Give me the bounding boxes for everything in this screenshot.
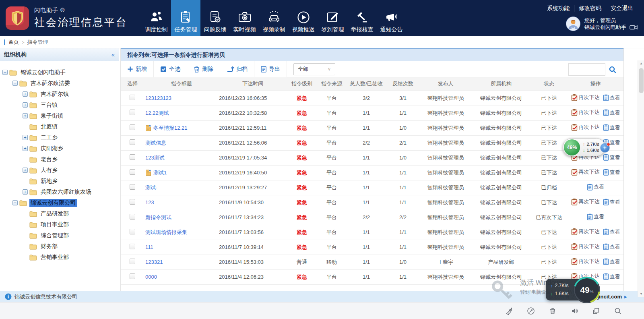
tree-node-label[interactable]: 庆阳湖乡: [39, 145, 64, 153]
filter-select[interactable]: 全部 ∨: [293, 63, 335, 75]
breadcrumb-home-link[interactable]: 首页: [8, 39, 19, 46]
tree-node-label[interactable]: 三台镇: [39, 101, 59, 109]
nav-dispatch[interactable]: 调度控制: [142, 0, 171, 36]
tree-node-label[interactable]: 营销事业部: [39, 253, 70, 261]
tree-node-label[interactable]: 泉子街镇: [39, 112, 64, 120]
select-all-button[interactable]: 全选: [154, 61, 187, 77]
pin-rocket-icon[interactable]: [505, 307, 513, 315]
scroll-down-icon[interactable]: ▼: [638, 291, 644, 297]
command-title-link[interactable]: 测试1: [153, 169, 167, 176]
command-title-link[interactable]: 测试信息: [145, 139, 166, 147]
command-title-link[interactable]: 冬至情报12.21: [153, 124, 188, 132]
command-title-link[interactable]: 测试现场情报采集: [145, 229, 187, 236]
tree-node-label[interactable]: 锦诚云创有限公司: [29, 199, 77, 207]
op-redeliver-link[interactable]: 再次下达: [571, 168, 600, 176]
op-redeliver-link[interactable]: 再次下达: [571, 228, 600, 235]
search-button[interactable]: [605, 63, 620, 76]
command-title-link[interactable]: 111: [145, 244, 153, 250]
net-speed-widget-dark[interactable]: ↑2.7K/s ↓1.6K/s 49%: [546, 279, 590, 300]
row-checkbox[interactable]: [130, 184, 135, 190]
tree-node-label[interactable]: 老台乡: [39, 155, 59, 164]
collapse-node-icon[interactable]: −: [12, 200, 18, 205]
nav-feedback[interactable]: 问题反馈: [200, 0, 230, 36]
search-input[interactable]: [568, 63, 605, 76]
net-speed-widget[interactable]: 49% ↑2.7K/s ↓1.6K/s +: [563, 138, 605, 156]
expand-node-icon[interactable]: +: [23, 102, 28, 108]
sidebar-collapse-button[interactable]: «: [111, 51, 115, 58]
avatar[interactable]: [566, 17, 580, 31]
row-checkbox[interactable]: [130, 139, 135, 145]
cpu-percent-circle[interactable]: 49%: [572, 276, 601, 304]
row-checkbox[interactable]: [130, 199, 135, 205]
nav-live-video[interactable]: 实时视频: [230, 0, 259, 36]
scroll-up-icon[interactable]: ▲: [638, 60, 644, 67]
command-title-link[interactable]: 123: [145, 199, 154, 205]
widget-plus-button[interactable]: +: [600, 143, 610, 153]
row-checkbox[interactable]: [130, 259, 135, 264]
op-redeliver-link[interactable]: 再次下达: [571, 198, 600, 205]
row-checkbox[interactable]: [130, 154, 135, 160]
tree-node-label[interactable]: 新地乡: [39, 177, 59, 185]
tree-node-label[interactable]: 吉木萨尔政法委: [29, 79, 71, 87]
window-icon[interactable]: [592, 307, 600, 315]
scroll-thumb[interactable]: [639, 68, 644, 93]
expand-node-icon[interactable]: +: [23, 168, 28, 173]
archive-button[interactable]: 归档: [220, 61, 254, 77]
row-checkbox[interactable]: [130, 244, 135, 249]
row-checkbox[interactable]: [130, 229, 135, 234]
delete-button[interactable]: 删除: [187, 61, 220, 77]
input-pen-icon[interactable]: [527, 307, 535, 315]
command-title-link[interactable]: 123321: [145, 259, 163, 265]
op-view-link[interactable]: 查看: [603, 94, 620, 102]
tree-node-label[interactable]: 财务部: [39, 242, 59, 251]
tree-node-label[interactable]: 吉木萨尔镇: [39, 90, 70, 98]
command-title-link[interactable]: 新指令测试: [145, 214, 171, 221]
nav-task[interactable]: 任务管理: [171, 0, 200, 36]
op-view-link[interactable]: 查看: [603, 169, 620, 176]
volume-icon[interactable]: [570, 307, 578, 315]
op-view-link[interactable]: 查看: [603, 273, 620, 280]
row-checkbox[interactable]: [130, 169, 135, 175]
export-button[interactable]: 导出: [254, 61, 287, 77]
nav-report-check[interactable]: 举报核查: [347, 0, 377, 36]
expand-node-icon[interactable]: +: [23, 91, 28, 97]
tree-node-label[interactable]: 兵团农六师红旗农场: [39, 188, 93, 196]
expand-node-icon[interactable]: +: [23, 135, 28, 140]
top-link-0[interactable]: 系统功能: [543, 5, 574, 12]
expand-node-icon[interactable]: +: [23, 113, 28, 118]
tree-node-label[interactable]: 大有乡: [39, 166, 59, 174]
tree-node-label[interactable]: 二工乡: [39, 134, 59, 142]
op-redeliver-link[interactable]: 再次下达: [571, 109, 600, 116]
top-link-1[interactable]: 修改密码: [574, 5, 606, 12]
op-redeliver-link[interactable]: 再次下达: [571, 258, 600, 265]
op-view-link[interactable]: 查看: [603, 154, 620, 161]
op-view-link[interactable]: 查看: [587, 183, 604, 191]
command-title-link[interactable]: 测试·: [145, 184, 157, 191]
op-view-link[interactable]: 查看: [603, 243, 620, 251]
command-title-link[interactable]: 12.22测试: [145, 110, 169, 117]
search-icon[interactable]: [614, 307, 622, 315]
row-checkbox[interactable]: [130, 273, 135, 279]
collapse-node-icon[interactable]: −: [2, 70, 8, 75]
tree-node-label[interactable]: 综合管理部: [39, 232, 70, 240]
row-checkbox[interactable]: [130, 95, 135, 100]
command-title-link[interactable]: 123123123: [145, 95, 171, 101]
tree-node-label[interactable]: 产品研发部: [39, 210, 70, 218]
op-redeliver-link[interactable]: 再次下达: [571, 94, 600, 101]
collapse-node-icon[interactable]: −: [12, 81, 18, 86]
op-redeliver-link[interactable]: 再次下达: [571, 243, 600, 250]
nav-checkin[interactable]: 签到管理: [318, 0, 347, 36]
add-button[interactable]: 新增: [121, 61, 154, 77]
op-view-link[interactable]: 查看: [603, 109, 620, 116]
command-title-link[interactable]: 123测试: [145, 154, 165, 162]
op-view-link[interactable]: 查看: [603, 228, 620, 236]
nav-announcement[interactable]: 通知公告: [377, 0, 406, 36]
op-redeliver-link[interactable]: 再次下达: [571, 124, 600, 131]
tree-node-label[interactable]: 北庭镇: [39, 123, 59, 131]
nav-video-push[interactable]: 视频推送: [289, 0, 318, 36]
op-view-link[interactable]: 查看: [587, 213, 604, 220]
vertical-scrollbar[interactable]: ▲ ▼: [638, 60, 644, 297]
trash-icon[interactable]: [549, 307, 557, 315]
row-checkbox[interactable]: [130, 214, 135, 220]
nav-video-record[interactable]: 视频录制: [259, 0, 289, 36]
